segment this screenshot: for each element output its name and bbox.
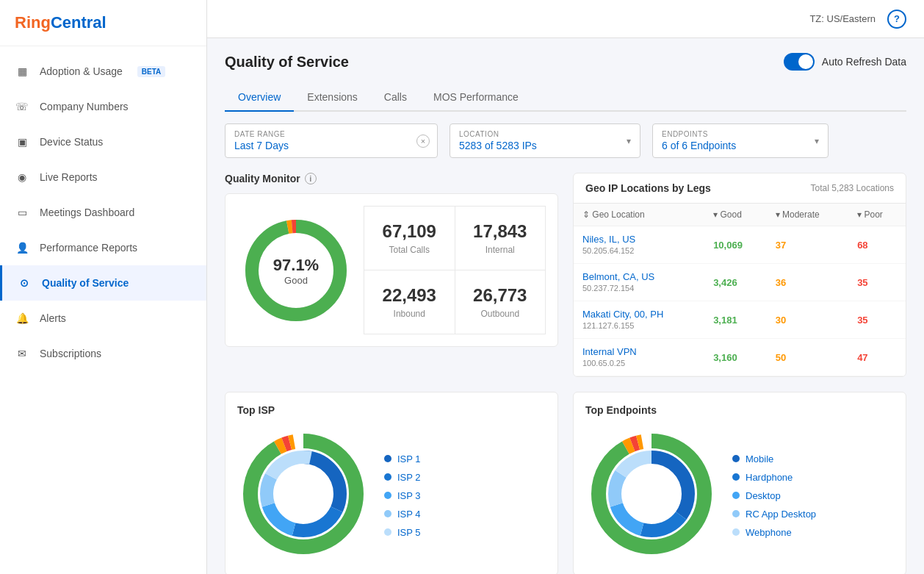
date-range-clear[interactable]: × xyxy=(416,134,430,148)
quality-monitor-panel: Quality Monitor i xyxy=(225,173,558,377)
geo-poor-value: 35 xyxy=(848,264,906,301)
filters-row: DATE RANGE Last 7 Days × LOCATION 5283 o… xyxy=(225,123,906,158)
geo-location-name[interactable]: Makati City, 00, PH xyxy=(582,309,696,320)
page-header: Quality of Service Auto Refresh Data xyxy=(225,53,906,71)
sidebar-item-alerts[interactable]: 🔔 Alerts xyxy=(0,301,206,336)
stat-value: 67,109 xyxy=(379,221,440,242)
donut-label: 97.1% Good xyxy=(273,255,319,285)
geo-section: Geo IP Locations by Legs Total 5,283 Loc… xyxy=(573,173,906,377)
donut-text: Good xyxy=(273,274,319,285)
sidebar-item-device-status[interactable]: ▣ Device Status xyxy=(0,124,206,159)
sidebar-item-live-reports[interactable]: ◉ Live Reports xyxy=(0,159,206,195)
location-filter[interactable]: LOCATION 5283 of 5283 IPs ▾ xyxy=(450,123,640,158)
logo-central: Central xyxy=(51,13,107,32)
nav-label-device-status: Device Status xyxy=(40,136,103,148)
geo-subtitle: Total 5,283 Locations xyxy=(811,183,894,193)
sidebar-item-quality-of-service[interactable]: ⊙ Quality of Service xyxy=(0,265,206,301)
geo-title: Geo IP Locations by Legs xyxy=(585,182,711,194)
isp-legend-item-3[interactable]: ISP 3 xyxy=(384,490,421,501)
sidebar-item-company-numbers[interactable]: ☏ Company Numbers xyxy=(0,89,206,124)
isp-legend-item-4[interactable]: ISP 4 xyxy=(384,509,421,520)
geo-col-moderate: ▾ Moderate xyxy=(767,204,848,226)
isp-legend-label-3: ISP 3 xyxy=(397,490,421,501)
geo-location-cell: Belmont, CA, US 50.237.72.154 xyxy=(574,264,704,301)
auto-refresh-toggle[interactable] xyxy=(784,53,815,71)
stat-label: Outbound xyxy=(470,309,531,319)
isp-legend-item-5[interactable]: ISP 5 xyxy=(384,527,421,538)
perf-icon: 👤 xyxy=(15,240,29,255)
endpoint-legend-item-2[interactable]: Hardphone xyxy=(732,472,816,483)
quality-monitor-title: Quality Monitor xyxy=(225,173,300,184)
geo-good-value: 3,160 xyxy=(704,339,767,376)
isp-legend-label-4: ISP 4 xyxy=(397,509,421,520)
location-value: 5283 of 5283 IPs xyxy=(459,140,613,151)
geo-ip: 50.205.64.152 xyxy=(582,246,634,255)
endpoint-legend-dot-3 xyxy=(732,492,740,499)
endpoints-donut-svg xyxy=(585,428,718,560)
badge-adoption: BETA xyxy=(137,66,165,77)
sidebar-item-adoption[interactable]: ▦ Adoption & Usage BETA xyxy=(0,54,206,89)
isp-legend-dot-5 xyxy=(384,528,391,536)
endpoint-legend-item-1[interactable]: Mobile xyxy=(732,453,816,464)
nav-label-company-numbers: Company Numbers xyxy=(40,101,129,112)
geo-location-name[interactable]: Internal VPN xyxy=(582,346,696,357)
geo-location-name[interactable]: Belmont, CA, US xyxy=(582,271,696,282)
geo-location-name[interactable]: Niles, IL, US xyxy=(582,234,696,245)
sidebar-item-meetings-dashboard[interactable]: ▭ Meetings Dashboard xyxy=(0,195,206,230)
geo-table-row: Internal VPN 100.65.0.25 3,160 50 47 xyxy=(574,339,906,376)
date-range-label: DATE RANGE xyxy=(234,130,428,138)
sidebar-item-performance-reports[interactable]: 👤 Performance Reports xyxy=(0,230,206,265)
geo-location-cell: Niles, IL, US 50.205.64.152 xyxy=(574,226,704,264)
geo-good-value: 10,069 xyxy=(704,226,767,264)
endpoints-filter[interactable]: ENDPOINTS 6 of 6 Endpoints ▾ xyxy=(652,123,829,158)
geo-table-panel: Geo IP Locations by Legs Total 5,283 Loc… xyxy=(573,173,906,377)
endpoint-legend-item-4[interactable]: RC App Desktop xyxy=(732,509,816,520)
isp-legend-label-1: ISP 1 xyxy=(397,453,421,464)
geo-poor-value: 35 xyxy=(848,301,906,339)
geo-table-row: Belmont, CA, US 50.237.72.154 3,426 36 3… xyxy=(574,264,906,301)
stat-outbound: 26,773 Outbound xyxy=(455,270,546,334)
geo-poor-value: 68 xyxy=(848,226,906,264)
endpoint-legend-item-3[interactable]: Desktop xyxy=(732,490,816,501)
stat-internal: 17,843 Internal xyxy=(455,207,546,270)
endpoints-arrow-icon: ▾ xyxy=(815,136,819,146)
stat-value: 22,493 xyxy=(379,285,440,306)
sidebar-nav: ▦ Adoption & Usage BETA ☏ Company Number… xyxy=(0,46,206,574)
top-endpoints-title: Top Endpoints xyxy=(585,404,894,416)
isp-legend-label-2: ISP 2 xyxy=(397,472,421,483)
stat-label: Inbound xyxy=(379,309,440,319)
endpoints-value: 6 of 6 Endpoints xyxy=(662,140,801,151)
geo-moderate-value: 36 xyxy=(767,264,848,301)
endpoint-legend-label-3: Desktop xyxy=(746,490,781,501)
date-range-filter[interactable]: DATE RANGE Last 7 Days × xyxy=(225,123,438,158)
phone-icon: ☏ xyxy=(15,99,29,114)
nav-label-adoption: Adoption & Usage xyxy=(40,65,123,77)
geo-table-body: Niles, IL, US 50.205.64.152 10,069 37 68… xyxy=(574,226,906,376)
quality-icon: ⊙ xyxy=(17,276,32,290)
stat-value: 17,843 xyxy=(470,221,531,242)
geo-good-value: 3,181 xyxy=(704,301,767,339)
top-isp-title: Top ISP xyxy=(237,404,546,416)
isp-legend-label-5: ISP 5 xyxy=(397,527,421,538)
quality-monitor-info-icon[interactable]: i xyxy=(305,173,317,184)
isp-legend-item-2[interactable]: ISP 2 xyxy=(384,472,421,483)
geo-table-row: Makati City, 00, PH 121.127.6.155 3,181 … xyxy=(574,301,906,339)
sidebar-item-subscriptions[interactable]: ✉ Subscriptions xyxy=(0,336,206,371)
isp-legend-dot-3 xyxy=(384,492,391,499)
geo-col-poor: ▾ Poor xyxy=(848,204,906,226)
geo-table-header-row: ⇕ Geo Location▾ Good▾ Moderate▾ Poor xyxy=(574,204,906,226)
tab-overview[interactable]: Overview xyxy=(225,84,294,112)
tab-calls[interactable]: Calls xyxy=(371,84,420,112)
tab-extensions[interactable]: Extensions xyxy=(294,84,370,112)
tab-mos-performance[interactable]: MOS Performance xyxy=(420,84,532,112)
isp-legend-item-1[interactable]: ISP 1 xyxy=(384,453,421,464)
meetings-icon: ▭ xyxy=(15,205,29,220)
stat-total-calls: 67,109 Total Calls xyxy=(364,207,455,270)
endpoint-legend-item-5[interactable]: Webphone xyxy=(732,527,816,538)
help-button[interactable]: ? xyxy=(887,10,906,29)
isp-donut-chart xyxy=(237,428,369,563)
logo: RingCentral xyxy=(0,0,206,46)
date-range-value: Last 7 Days xyxy=(234,140,428,151)
endpoint-legend-dot-4 xyxy=(732,510,740,517)
geo-col-good: ▾ Good xyxy=(704,204,767,226)
